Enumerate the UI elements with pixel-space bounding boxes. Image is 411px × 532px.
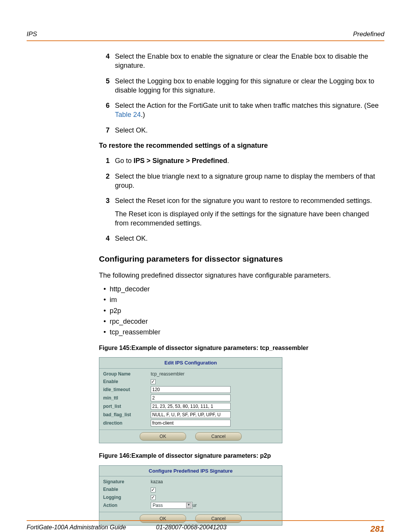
list-item: http_decoder: [104, 284, 384, 294]
idle-timeout-input[interactable]: [151, 386, 231, 393]
step-text: Select OK.: [115, 126, 384, 135]
step-number: 4: [99, 234, 115, 243]
list-item: rpc_decoder: [104, 317, 384, 326]
step-7: 7 Select OK.: [99, 126, 384, 135]
step-6: 6 Select the Action for the FortiGate un…: [99, 101, 384, 120]
step-text: Select the Reset icon for the signature …: [115, 196, 384, 228]
restore-step-2: 2 Select the blue triangle next to a sig…: [99, 172, 384, 190]
page-footer: FortiGate-100A Administration Guide 01-2…: [27, 520, 384, 532]
restore-step-3: 3 Select the Reset icon for the signatur…: [99, 196, 384, 228]
restore-step-1: 1 Go to IPS > Signature > Predefined.: [99, 156, 384, 165]
step-number: 7: [99, 126, 115, 135]
figure-146-caption: Figure 146:Example of dissector signatur…: [99, 452, 384, 460]
step-text: Select the Enable box to enable the sign…: [115, 52, 384, 70]
step-5: 5 Select the Logging box to enable loggi…: [99, 77, 384, 95]
step-text: Go to IPS > Signature > Predefined.: [115, 156, 384, 165]
chevron-down-icon: ▼: [186, 503, 191, 508]
port-list-label: port_list: [103, 403, 151, 409]
footer-page-number: 281: [370, 524, 384, 532]
bad-flag-list-input[interactable]: [151, 411, 231, 418]
panel-title: Edit IPS Configuration: [99, 358, 282, 369]
panel-title: Configure Predefined IPS Signature: [99, 466, 282, 477]
action-select-value: Pass: [153, 502, 163, 508]
restore-subhead: To restore the recommended settings of a…: [99, 141, 384, 150]
step-text: Select the Action for the FortiGate unit…: [115, 101, 384, 120]
group-name-label: Group Name: [103, 371, 151, 377]
step-text: Select the blue triangle next to a signa…: [115, 172, 384, 190]
direction-input[interactable]: [151, 420, 231, 427]
figure-145-caption: Figure 145:Example of dissector signatur…: [99, 344, 384, 352]
signature-value: kazaa: [151, 479, 278, 485]
list-item: p2p: [104, 306, 384, 315]
step-number: 4: [99, 52, 115, 70]
enable-label: Enable: [103, 379, 151, 385]
ok-button[interactable]: OK: [140, 432, 186, 441]
action-label: Action: [103, 502, 151, 508]
step-number: 2: [99, 172, 115, 190]
action-select[interactable]: Pass ▼: [151, 502, 193, 509]
group-name-value: tcp_reassembler: [151, 371, 278, 377]
restore-step-4: 4 Select OK.: [99, 234, 384, 243]
step-text: Select OK.: [115, 234, 384, 243]
configure-predefined-panel: Configure Predefined IPS Signature Signa…: [99, 465, 282, 526]
bad-flag-list-label: bad_flag_list: [103, 412, 151, 418]
direction-label: direction: [103, 420, 151, 426]
idle-timeout-label: idle_timeout: [103, 387, 151, 393]
min-ttl-input[interactable]: [151, 395, 231, 401]
step-number: 6: [99, 101, 115, 120]
step-number: 5: [99, 77, 115, 95]
logging-checkbox[interactable]: [151, 495, 156, 500]
page-header: IPS Predefined: [27, 30, 384, 41]
enable-checkbox[interactable]: [151, 487, 156, 492]
port-list-input[interactable]: [151, 403, 231, 410]
table-24-link[interactable]: Table 24: [115, 111, 141, 118]
header-right: Predefined: [353, 30, 384, 38]
step-4: 4 Select the Enable box to enable the si…: [99, 52, 384, 70]
cancel-button[interactable]: Cancel: [195, 432, 242, 441]
step-number: 3: [99, 196, 115, 228]
dissector-section-head: Configuring parameters for dissector sig…: [99, 254, 384, 264]
min-ttl-label: min_ttl: [103, 395, 151, 401]
enable-label: Enable: [103, 486, 151, 492]
list-item: im: [104, 295, 384, 304]
step-number: 1: [99, 156, 115, 165]
dissector-bullets: http_decoder im p2p rpc_decoder tcp_reas…: [99, 284, 384, 337]
logging-label: Logging: [103, 494, 151, 500]
footer-mid: 01-28007-0068-20041203: [156, 524, 370, 532]
header-left: IPS: [27, 30, 37, 38]
list-item: tcp_reassembler: [104, 328, 384, 337]
signature-label: Signature: [103, 479, 151, 485]
dissector-section-para: The following predefined dissector signa…: [99, 271, 384, 280]
footer-left: FortiGate-100A Administration Guide: [27, 524, 156, 532]
edit-ips-panel: Edit IPS Configuration Group Name tcp_re…: [99, 357, 282, 443]
step-text: Select the Logging box to enable logging…: [115, 77, 384, 95]
enable-checkbox[interactable]: [151, 379, 156, 384]
